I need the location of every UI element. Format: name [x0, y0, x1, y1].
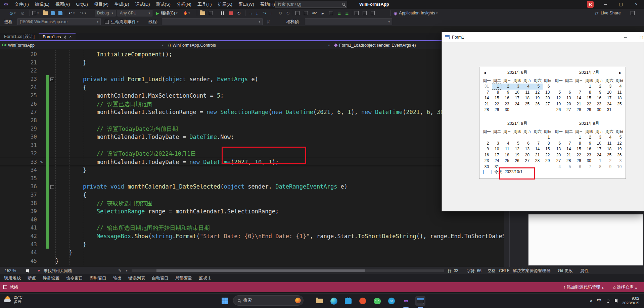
calendar-day[interactable]: 6 — [554, 141, 564, 147]
calendar-day[interactable]: 4 — [604, 135, 614, 141]
breakpoint-margin[interactable] — [0, 150, 24, 158]
code-line[interactable]: 39 SelectionRange range = monthCalendar1… — [0, 207, 504, 216]
calendar-day[interactable]: 20 — [554, 152, 564, 158]
fold-margin[interactable] — [49, 116, 55, 125]
spaces-indicator[interactable]: 空格 — [488, 267, 496, 274]
line-ending-indicator[interactable]: CRLF — [499, 267, 509, 274]
calendar-day[interactable]: 10 — [492, 146, 502, 152]
add-to-source-control-button[interactable]: ↑ 添加到源代码管理▴ — [563, 282, 603, 292]
form1-maximize-button[interactable]: ▢ — [634, 32, 644, 42]
calendar-day[interactable]: 16 — [584, 146, 594, 152]
code-line[interactable]: 34 } — [0, 166, 504, 174]
code-editor[interactable]: 20 InitializeComponent();21 }2223− priva… — [0, 49, 504, 267]
redo-button[interactable]: ↷▾ — [80, 9, 86, 17]
calendar-day[interactable]: 23 — [502, 101, 512, 107]
show-next-statement-button[interactable]: → — [248, 9, 253, 17]
calendar-day[interactable]: 31 — [482, 84, 492, 90]
calendar-day[interactable]: 2 — [594, 84, 604, 90]
breakpoint-margin[interactable] — [0, 67, 24, 75]
navigate-forward-button[interactable]: ⊙ — [21, 9, 25, 17]
calendar-day[interactable]: 4 — [522, 84, 533, 90]
code-line[interactable]: 36− private void monthCalendar1_DateSele… — [0, 183, 504, 191]
calendar-day[interactable]: 26 — [533, 101, 543, 107]
calendar-day[interactable]: 28 — [574, 107, 584, 113]
breakpoint-margin[interactable] — [0, 207, 24, 216]
menu-item[interactable]: 项目(P) — [91, 0, 111, 9]
calendar-day[interactable]: 18 — [502, 152, 512, 158]
thread-nav-icons[interactable]: ⇵ — [267, 17, 270, 26]
calendar-day[interactable]: 13 — [564, 95, 574, 101]
month-calendar-control[interactable]: ◀ ▶ 2021年6月周一周二周三周四周五周六周日311234567891011… — [479, 67, 626, 179]
calendar-day[interactable]: 5 — [614, 135, 625, 141]
calendar-day[interactable]: 29 — [543, 158, 553, 164]
frame-tool-2-button[interactable] — [363, 9, 367, 17]
fold-margin[interactable] — [49, 84, 55, 92]
code-line[interactable]: 25 monthCalendar1.MaxSelectionCount = 5; — [0, 92, 504, 100]
calendar-day[interactable]: 16 — [502, 95, 512, 101]
calendar-day[interactable]: 15 — [492, 95, 502, 101]
wifi-icon[interactable] — [606, 299, 610, 303]
editor-horizontal-scrollbar[interactable] — [132, 269, 444, 272]
calendar-day[interactable]: 15 — [574, 146, 584, 152]
calendar-day[interactable]: 22 — [543, 152, 553, 158]
calendar-day[interactable]: 6 — [522, 141, 533, 147]
calendar-day[interactable]: 24 — [492, 158, 502, 164]
calendar-day[interactable]: 16 — [482, 152, 492, 158]
menu-item[interactable]: 调试(D) — [132, 0, 153, 9]
copy-tool-button[interactable] — [329, 9, 333, 17]
fold-margin[interactable] — [49, 249, 55, 257]
fold-margin[interactable] — [49, 207, 55, 216]
taskbar-file-explorer[interactable] — [314, 296, 324, 306]
calendar-day[interactable]: 29 — [492, 107, 502, 113]
live-share-button[interactable]: ⇄ Live Share — [595, 9, 621, 17]
panel-tab[interactable]: 即时窗口 — [90, 275, 106, 281]
calendar-day[interactable]: 13 — [522, 146, 533, 152]
preview-window-button[interactable] — [209, 9, 213, 17]
calendar-day[interactable]: 27 — [522, 158, 533, 164]
calendar-day[interactable]: 23 — [584, 152, 594, 158]
collapse-region-icon[interactable]: − — [50, 185, 54, 189]
fold-margin[interactable] — [49, 158, 55, 166]
taskbar-edge[interactable] — [329, 296, 339, 306]
document-tab[interactable]: Form1.cs [设计] — [0, 33, 39, 40]
redo-nav-button[interactable]: ↻ — [286, 9, 290, 17]
calendar-day[interactable]: 20 — [564, 101, 574, 107]
calendar-day[interactable]: 22 — [584, 101, 594, 107]
code-line[interactable]: 38 // 获取所选日期范围 — [0, 199, 504, 208]
menu-item[interactable]: 窗口(W) — [235, 0, 257, 9]
calendar-day[interactable]: 14 — [533, 146, 543, 152]
breakpoint-margin[interactable] — [0, 216, 24, 224]
code-line[interactable]: 37 { — [0, 191, 504, 199]
list-members-button[interactable]: ≣ — [337, 9, 341, 17]
calendar-day[interactable]: 19 — [554, 101, 564, 107]
restart-button[interactable]: ↻ — [237, 9, 241, 17]
calendar-day[interactable]: 21 — [574, 101, 584, 107]
calendar-day[interactable]: 1 — [543, 135, 553, 141]
calendar-day[interactable]: 8 — [574, 141, 584, 147]
calendar-day[interactable]: 2 — [584, 135, 594, 141]
calendar-day[interactable]: 9 — [502, 90, 512, 96]
calendar-day[interactable]: 26 — [614, 152, 625, 158]
breakpoint-margin[interactable] — [0, 191, 24, 199]
breakpoint-margin[interactable] — [0, 183, 24, 191]
fold-margin[interactable] — [49, 257, 55, 265]
calendar-day[interactable]: 30 — [502, 107, 512, 113]
code-line[interactable]: 42 MessageBox.Show(string.Format("Start … — [0, 232, 504, 241]
editor-zoom-level[interactable]: 152 % — [5, 267, 16, 274]
breakpoint-margin[interactable] — [0, 174, 24, 183]
stack-frame-dropdown[interactable]: ▾ — [305, 18, 392, 25]
breakpoint-margin[interactable] — [0, 141, 24, 150]
menu-item[interactable]: 扩展(X) — [215, 0, 235, 9]
fold-margin[interactable]: − — [49, 183, 55, 191]
menu-item[interactable]: 分析(N) — [174, 0, 194, 9]
calendar-day[interactable]: 1 — [594, 158, 604, 164]
calendar-day[interactable]: 2 — [604, 158, 614, 164]
calendar-day[interactable]: 25 — [604, 152, 614, 158]
calendar-day[interactable]: 29 — [574, 158, 584, 164]
calendar-day[interactable]: 13 — [554, 146, 564, 152]
solution-platform-dropdown[interactable]: Any CPU▾ — [118, 10, 152, 16]
calendar-day[interactable]: 5 — [533, 84, 543, 90]
code-line[interactable]: 20 InitializeComponent(); — [0, 50, 504, 59]
calendar-day[interactable]: 26 — [512, 158, 522, 164]
pen-icon[interactable]: ✎ — [118, 267, 122, 274]
